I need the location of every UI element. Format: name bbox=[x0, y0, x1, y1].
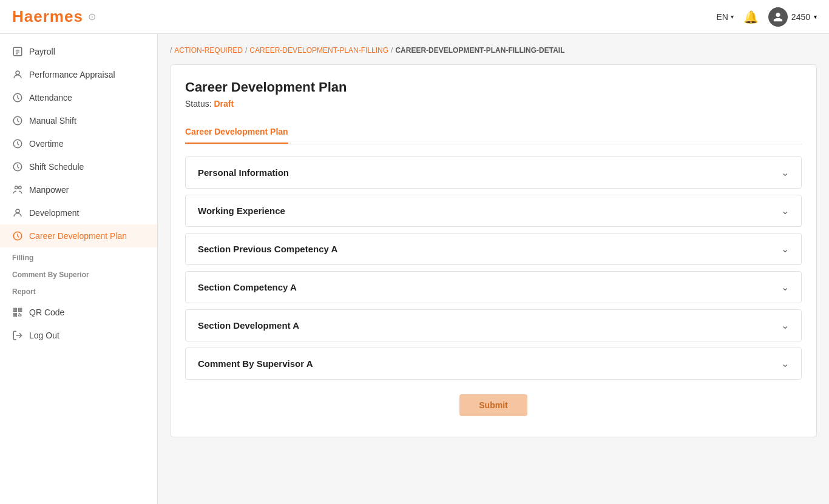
user-menu[interactable]: 2450 ▾ bbox=[768, 7, 817, 27]
accordion-title-section-previous-competency-a: Section Previous Competency A bbox=[198, 244, 337, 254]
tabs: Career Development Plan bbox=[185, 121, 802, 144]
breadcrumb-action-required[interactable]: ACTION-REQUIRED bbox=[174, 46, 243, 55]
accordion-header-personal-information[interactable]: Personal Information ⌄ bbox=[186, 157, 801, 188]
shift-schedule-icon bbox=[12, 161, 23, 172]
breadcrumb-cdp-filling[interactable]: CAREER-DEVELOPMENT-PLAN-FILLING bbox=[249, 46, 388, 55]
chevron-down-icon-dev: ⌄ bbox=[781, 320, 789, 331]
sidebar-section-filling: Filling bbox=[0, 247, 157, 264]
logout-icon bbox=[12, 330, 23, 341]
layout: Payroll Performance Appraisal Attendance… bbox=[0, 34, 829, 504]
main-card: Career Development Plan Status: Draft Ca… bbox=[170, 64, 817, 437]
sidebar-label-attendance: Attendance bbox=[29, 93, 72, 102]
submit-button[interactable]: Submit bbox=[459, 394, 527, 416]
status-line: Status: Draft bbox=[185, 99, 802, 109]
sidebar-section-report: Report bbox=[0, 281, 157, 298]
settings-icon[interactable]: ⊙ bbox=[88, 11, 96, 22]
sidebar-item-manual-shift[interactable]: Manual Shift bbox=[0, 109, 157, 132]
sidebar: Payroll Performance Appraisal Attendance… bbox=[0, 34, 158, 504]
accordion-title-section-competency-a: Section Competency A bbox=[198, 282, 297, 292]
tab-career-development-plan[interactable]: Career Development Plan bbox=[185, 121, 288, 144]
svg-rect-18 bbox=[15, 314, 16, 315]
svg-point-9 bbox=[15, 186, 18, 189]
breadcrumb-separator-1: / bbox=[170, 46, 172, 55]
overtime-icon bbox=[12, 138, 23, 149]
person-icon bbox=[12, 69, 23, 80]
accordion-section-competency-a: Section Competency A ⌄ bbox=[185, 271, 802, 303]
breadcrumb: / ACTION-REQUIRED / CAREER-DEVELOPMENT-P… bbox=[170, 46, 817, 55]
accordion-working-experience: Working Experience ⌄ bbox=[185, 195, 802, 227]
sidebar-item-performance-appraisal[interactable]: Performance Appraisal bbox=[0, 63, 157, 86]
status-label: Status: bbox=[185, 99, 212, 109]
lang-label: EN bbox=[716, 12, 728, 22]
sidebar-label-performance-appraisal: Performance Appraisal bbox=[29, 70, 115, 79]
sidebar-item-career-development-plan[interactable]: Career Development Plan bbox=[0, 224, 157, 247]
accordion-header-section-previous-competency-a[interactable]: Section Previous Competency A ⌄ bbox=[186, 234, 801, 264]
accordion-personal-information: Personal Information ⌄ bbox=[185, 156, 802, 189]
sidebar-label-payroll: Payroll bbox=[29, 47, 55, 56]
accordion-section-previous-competency-a: Section Previous Competency A ⌄ bbox=[185, 233, 802, 265]
qr-icon bbox=[12, 307, 23, 318]
header-right: EN ▾ 🔔 2450 ▾ bbox=[716, 7, 817, 27]
svg-point-11 bbox=[16, 209, 19, 213]
breadcrumb-separator-2: / bbox=[245, 46, 247, 55]
main-content: / ACTION-REQUIRED / CAREER-DEVELOPMENT-P… bbox=[158, 34, 829, 504]
sidebar-label-overtime: Overtime bbox=[29, 139, 64, 149]
accordion-title-comment-by-supervisor-a: Comment By Supervisor A bbox=[198, 358, 313, 369]
manual-shift-icon bbox=[12, 115, 23, 126]
sidebar-label-log-out: Log Out bbox=[29, 331, 59, 340]
chevron-down-icon-personal: ⌄ bbox=[781, 167, 789, 178]
svg-rect-17 bbox=[19, 309, 21, 311]
accordion-comment-by-supervisor-a: Comment By Supervisor A ⌄ bbox=[185, 348, 802, 380]
user-id: 2450 bbox=[791, 12, 810, 22]
page-title: Career Development Plan bbox=[185, 79, 802, 95]
sidebar-item-shift-schedule[interactable]: Shift Schedule bbox=[0, 155, 157, 178]
chevron-down-icon-prev-comp: ⌄ bbox=[781, 243, 789, 255]
chevron-down-icon-comment: ⌄ bbox=[781, 358, 789, 369]
sidebar-label-manpower: Manpower bbox=[29, 185, 69, 195]
sidebar-item-attendance[interactable]: Attendance bbox=[0, 86, 157, 109]
sidebar-section-comment-by-superior: Comment By Superior bbox=[0, 264, 157, 281]
accordion-section-development-a: Section Development A ⌄ bbox=[185, 309, 802, 341]
svg-point-10 bbox=[19, 186, 22, 189]
sidebar-item-qr-code[interactable]: QR Code bbox=[0, 301, 157, 324]
accordion-header-section-development-a[interactable]: Section Development A ⌄ bbox=[186, 310, 801, 341]
status-badge: Draft bbox=[214, 99, 234, 109]
sidebar-item-manpower[interactable]: Manpower bbox=[0, 178, 157, 201]
sidebar-item-payroll[interactable]: Payroll bbox=[0, 40, 157, 63]
submit-area: Submit bbox=[185, 394, 802, 416]
language-selector[interactable]: EN ▾ bbox=[716, 12, 733, 22]
avatar bbox=[768, 7, 788, 27]
accordion-title-section-development-a: Section Development A bbox=[198, 320, 299, 331]
manpower-icon bbox=[12, 184, 23, 195]
sidebar-label-shift-schedule: Shift Schedule bbox=[29, 162, 84, 172]
breadcrumb-current: CAREER-DEVELOPMENT-PLAN-FILLING-DETAIL bbox=[395, 46, 564, 55]
payroll-icon bbox=[12, 46, 23, 57]
accordion-title-personal-information: Personal Information bbox=[198, 167, 289, 178]
sidebar-label-career-development-plan: Career Development Plan bbox=[29, 231, 127, 241]
sidebar-label-manual-shift: Manual Shift bbox=[29, 116, 76, 126]
sidebar-item-development[interactable]: Development bbox=[0, 201, 157, 224]
development-icon bbox=[12, 207, 23, 218]
clock-icon bbox=[12, 92, 23, 103]
user-dropdown-icon: ▾ bbox=[814, 13, 817, 20]
chevron-down-icon: ▾ bbox=[731, 13, 734, 20]
breadcrumb-separator-3: / bbox=[391, 46, 393, 55]
logo: Haermes bbox=[12, 7, 83, 26]
accordion-header-section-competency-a[interactable]: Section Competency A ⌄ bbox=[186, 272, 801, 303]
sidebar-label-qr-code: QR Code bbox=[29, 307, 64, 317]
header: Haermes ⊙ EN ▾ 🔔 2450 ▾ bbox=[0, 0, 829, 34]
career-icon bbox=[12, 230, 23, 241]
svg-rect-16 bbox=[15, 309, 16, 311]
accordion-header-comment-by-supervisor-a[interactable]: Comment By Supervisor A ⌄ bbox=[186, 348, 801, 379]
accordion-header-working-experience[interactable]: Working Experience ⌄ bbox=[186, 195, 801, 226]
sidebar-item-overtime[interactable]: Overtime bbox=[0, 132, 157, 155]
sidebar-label-development: Development bbox=[29, 208, 80, 218]
chevron-down-icon-comp: ⌄ bbox=[781, 281, 789, 293]
notification-bell-icon[interactable]: 🔔 bbox=[743, 10, 759, 24]
accordion-title-working-experience: Working Experience bbox=[198, 206, 285, 216]
sidebar-item-log-out[interactable]: Log Out bbox=[0, 324, 157, 347]
svg-point-4 bbox=[16, 71, 19, 75]
chevron-down-icon-working: ⌄ bbox=[781, 205, 789, 217]
